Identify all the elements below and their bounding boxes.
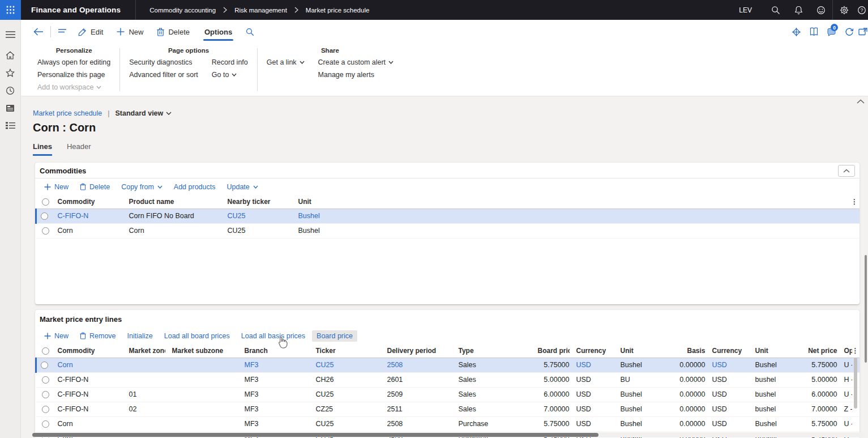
column-header[interactable]: Type: [452, 344, 536, 358]
advanced-filter-or-sort-button[interactable]: Advanced filter or sort: [129, 71, 198, 79]
table-row[interactable]: CornCornCU25Bushel: [36, 223, 860, 238]
grid-cell[interactable]: 0.00000: [669, 402, 705, 416]
table-row[interactable]: CornMF3CU252508Sales5.75000USDBushel0.00…: [36, 358, 860, 372]
grid-cell[interactable]: Corn: [51, 416, 122, 431]
load-all-basis-prices-button[interactable]: Load all basis prices: [237, 330, 310, 342]
board-price-button[interactable]: Board price: [312, 330, 357, 342]
open-in-new-window-icon[interactable]: [858, 20, 868, 44]
grid-cell[interactable]: Bushel: [614, 387, 669, 402]
grid-cell[interactable]: CU25: [309, 387, 380, 402]
grid-cell[interactable]: 0.00000: [669, 416, 705, 431]
feedback-smiley-icon[interactable]: [810, 0, 832, 20]
add-products-button[interactable]: Add products: [169, 181, 220, 193]
help-icon[interactable]: ?: [856, 0, 868, 20]
more-options-icon[interactable]: ⋮: [851, 195, 860, 209]
recent-clock-icon[interactable]: [0, 82, 21, 99]
grid-cell[interactable]: CU25: [221, 209, 292, 223]
column-header[interactable]: Unit: [292, 195, 852, 209]
grid-cell[interactable]: CU25: [309, 416, 380, 431]
grid-cell[interactable]: 5.75000: [805, 358, 837, 372]
grid-cell[interactable]: Corn FIFO No Board: [122, 209, 221, 223]
grid-cell[interactable]: USD: [570, 387, 614, 402]
more-options-icon[interactable]: ⋮: [852, 344, 860, 358]
grid-cell[interactable]: C-FIFO-N: [51, 402, 122, 416]
column-header[interactable]: Currency: [570, 344, 614, 358]
grid-cell[interactable]: CU25: [309, 358, 380, 372]
grid-cell[interactable]: Z - D: [837, 402, 852, 416]
grid-cell[interactable]: CU25: [221, 223, 292, 238]
app-title[interactable]: Finance and Operations: [21, 6, 135, 14]
row-radio[interactable]: [41, 212, 48, 220]
row-radio[interactable]: [42, 420, 49, 428]
grid-cell[interactable]: bushel: [749, 402, 805, 416]
grid-cell[interactable]: U - S: [837, 358, 852, 372]
settings-gear-icon[interactable]: [833, 0, 856, 20]
security-diagnostics-button[interactable]: Security diagnostics: [129, 58, 198, 66]
row-radio[interactable]: [42, 376, 49, 384]
column-header[interactable]: Net price: [805, 344, 837, 358]
horizontal-scrollbar-track[interactable]: [31, 432, 863, 437]
grid-cell[interactable]: Purchase: [452, 416, 536, 431]
row-radio[interactable]: [42, 406, 49, 413]
record-breadcrumb-link[interactable]: Market price schedule: [33, 109, 102, 117]
column-header[interactable]: Currency: [705, 344, 749, 358]
favorites-star-icon[interactable]: [0, 64, 21, 82]
grid-cell[interactable]: MF3: [238, 387, 309, 402]
workspaces-icon[interactable]: [0, 99, 21, 117]
column-header[interactable]: Product name: [122, 195, 221, 209]
command-search-icon[interactable]: [240, 20, 260, 44]
grid-cell[interactable]: [165, 402, 238, 416]
grid-cell[interactable]: Bushel: [749, 416, 805, 431]
expand-list-icon[interactable]: [53, 20, 71, 44]
column-header[interactable]: Opt: [837, 344, 852, 358]
grid-cell[interactable]: Bushel: [614, 358, 669, 372]
table-row[interactable]: C-FIFO-N02MF3CZ252511Sales7.00000USDBush…: [36, 402, 860, 416]
table-row[interactable]: CornMF3CU252508Purchase5.75000USDBushel0…: [36, 416, 860, 431]
new-button[interactable]: New: [40, 330, 73, 342]
breadcrumb-item[interactable]: Market price schedule: [306, 7, 370, 14]
grid-cell[interactable]: 5.75000: [536, 416, 570, 431]
row-radio[interactable]: [42, 227, 49, 235]
grid-cell[interactable]: MF3: [238, 372, 309, 387]
grid-cell[interactable]: [165, 372, 238, 387]
manage-my-alerts-button[interactable]: Manage my alerts: [318, 71, 394, 79]
breadcrumb-item[interactable]: Risk management: [234, 7, 287, 14]
grid-cell[interactable]: USD: [705, 402, 749, 416]
column-header[interactable]: Unit: [614, 344, 669, 358]
row-radio[interactable]: [42, 391, 49, 398]
grid-cell[interactable]: U - S: [837, 416, 852, 431]
edit-button[interactable]: Edit: [71, 20, 110, 44]
get-a-link-button[interactable]: Get a link: [267, 58, 305, 66]
grid-cell[interactable]: MF3: [238, 358, 309, 372]
grid-cell[interactable]: 2508: [380, 358, 452, 372]
grid-cell[interactable]: 6.00000: [536, 387, 570, 402]
grid-cell[interactable]: Bushel: [614, 416, 669, 431]
grid-cell[interactable]: C-FIFO-N: [51, 209, 122, 223]
column-header[interactable]: Branch: [238, 344, 309, 358]
messages-icon[interactable]: 0: [823, 20, 840, 44]
table-row[interactable]: C-FIFO-NCorn FIFO No BoardCU25Bushel: [36, 209, 860, 223]
grid-cell[interactable]: [165, 387, 238, 402]
tab-options[interactable]: Options: [196, 20, 240, 44]
column-header[interactable]: Market zone: [122, 344, 165, 358]
row-radio[interactable]: [41, 362, 48, 369]
column-header[interactable]: Market subzone: [165, 344, 238, 358]
grid-cell[interactable]: U - S: [837, 387, 852, 402]
go-to-button[interactable]: Go to: [212, 71, 248, 79]
grid-cell[interactable]: [122, 372, 165, 387]
grid-cell[interactable]: Sales: [452, 358, 536, 372]
column-header[interactable]: Commodity: [51, 195, 122, 209]
add-to-workspace-button[interactable]: Add to workspace: [37, 83, 110, 91]
grid-cell[interactable]: 5.00000: [536, 372, 570, 387]
grid-cell[interactable]: USD: [705, 372, 749, 387]
grid-cell[interactable]: [122, 416, 165, 431]
initialize-button[interactable]: Initialize: [123, 330, 157, 342]
grid-cell[interactable]: Sales: [452, 402, 536, 416]
grid-cell[interactable]: [165, 416, 238, 431]
select-all-radio[interactable]: [42, 347, 49, 355]
create-custom-alert-button[interactable]: Create a custom alert: [318, 58, 394, 66]
grid-cell[interactable]: Corn: [51, 358, 122, 372]
tab-lines[interactable]: Lines: [33, 142, 52, 156]
grid-cell[interactable]: C-FIFO-N: [51, 372, 122, 387]
grid-cell[interactable]: 0.00000: [669, 387, 705, 402]
